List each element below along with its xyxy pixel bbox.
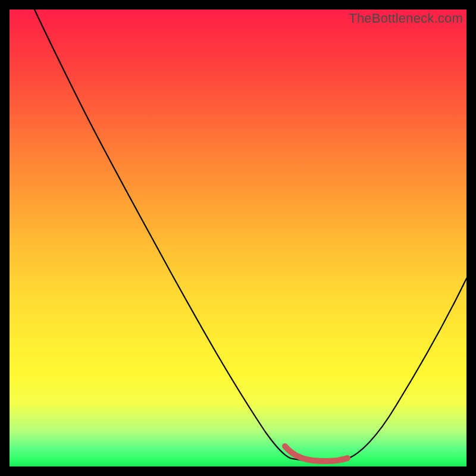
chart-svg	[10, 10, 466, 466]
plot-area: TheBottleneck.com	[10, 10, 466, 466]
curve-right-branch	[346, 278, 466, 459]
chart-frame: TheBottleneck.com	[0, 0, 476, 476]
curve-left-branch	[35, 10, 290, 458]
